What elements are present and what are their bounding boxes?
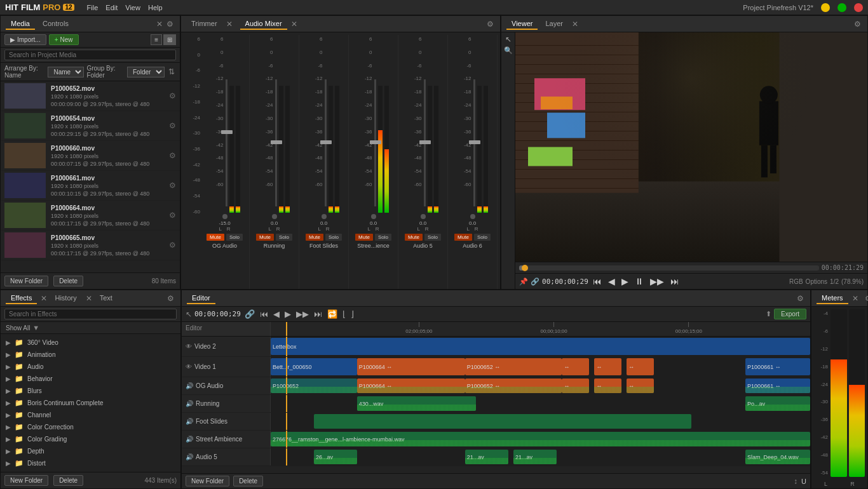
editor-loop-btn[interactable]: 🔁: [326, 308, 339, 320]
timeline-clip[interactable]: ↔: [562, 378, 588, 393]
ch-mute-btn[interactable]: Mute: [355, 234, 373, 241]
timeline-clip[interactable]: 21...av: [513, 450, 557, 464]
tab-history[interactable]: History: [50, 293, 81, 304]
timeline-clip[interactable]: P1000661 ↔: [745, 378, 810, 393]
timeline-clip[interactable]: P1000661 ↔: [745, 358, 810, 375]
media-item-gear-icon[interactable]: ⚙: [169, 121, 176, 130]
grid-view-btn[interactable]: ⊞: [163, 34, 176, 45]
ch-solo-btn[interactable]: Solo: [226, 234, 243, 241]
media-item[interactable]: P1000665.mov 1920 x 1080 pixels 00:00:17…: [1, 231, 180, 260]
editor-prev-btn[interactable]: ⏮: [259, 308, 269, 320]
minimize-button[interactable]: [821, 3, 830, 12]
scroll-icon[interactable]: ↕: [794, 477, 797, 486]
media-item[interactable]: P1000664.mov 1920 x 1080 pixels 00:00:17…: [1, 201, 180, 231]
editor-fwd-btn[interactable]: ▶▶: [295, 308, 310, 320]
media-search-input[interactable]: [4, 50, 176, 60]
zoom-tool[interactable]: 🔍: [504, 46, 513, 55]
ch-mute-btn[interactable]: Mute: [306, 234, 323, 241]
menu-view[interactable]: View: [125, 4, 140, 11]
new-folder-effects-button[interactable]: New Folder: [4, 475, 48, 486]
ch-mute-btn[interactable]: Mute: [207, 234, 224, 241]
editor-mark-out-btn[interactable]: ⌋: [349, 308, 355, 320]
viewer-timeline-bar[interactable]: [519, 265, 819, 271]
group-dropdown[interactable]: Folder: [127, 67, 165, 77]
timeline-clip[interactable]: P1000664 ↔: [357, 378, 465, 393]
options-label[interactable]: Options: [806, 278, 827, 285]
timeline-clip[interactable]: P1000664 ↔: [357, 358, 465, 375]
ch-fader-handle[interactable]: [419, 140, 431, 144]
meters-settings[interactable]: ⚙: [864, 293, 868, 304]
effects-search-input[interactable]: [4, 309, 177, 319]
ch-fader-handle[interactable]: [271, 140, 282, 144]
timeline-clip[interactable]: ↔: [627, 378, 653, 393]
timeline-clip[interactable]: P1000652: [271, 378, 357, 393]
timeline-clip[interactable]: ↔: [627, 358, 653, 375]
ch-solo-btn[interactable]: Solo: [276, 234, 292, 241]
effects-folder-item[interactable]: ▶ 📁 Color Correction: [1, 421, 180, 433]
tab-media[interactable]: Media: [6, 18, 35, 30]
ch-mute-btn[interactable]: Mute: [256, 234, 274, 241]
sort-icon[interactable]: ⇅: [167, 66, 176, 77]
ch-mute-btn[interactable]: Mute: [454, 234, 472, 241]
pause-button[interactable]: ⏸: [633, 275, 646, 288]
editor-settings[interactable]: ⚙: [796, 293, 805, 304]
menu-edit[interactable]: Edit: [105, 4, 118, 11]
export-button[interactable]: Export: [774, 309, 806, 319]
effects-folder-item[interactable]: ▶ 📁 Color Grading: [1, 433, 180, 445]
effects-folder-item[interactable]: ▶ 📁 Audio: [1, 361, 180, 373]
timeline-clip[interactable]: ↔: [594, 358, 621, 375]
media-item[interactable]: P1000654.mov 1920 x 1080 pixels 00:00:29…: [1, 111, 180, 141]
ch-fader-handle[interactable]: [469, 140, 480, 144]
editor-mark-in-btn[interactable]: ⌊: [341, 308, 347, 320]
timeline-clip[interactable]: P1000652 ↔: [465, 358, 562, 375]
timeline-clip[interactable]: Po...av: [745, 396, 810, 411]
tab-viewer[interactable]: Viewer: [506, 18, 538, 30]
timeline-clip[interactable]: [314, 414, 691, 429]
viewer-panel-settings[interactable]: ⚙: [853, 18, 862, 30]
effects-folder-item[interactable]: ▶ 📁 Boris Continuum Complete: [1, 397, 180, 409]
editor-end-btn[interactable]: ⏭: [313, 308, 323, 320]
tab-trimmer[interactable]: Trimmer: [186, 18, 222, 30]
close-button[interactable]: [854, 3, 863, 12]
new-folder-editor-btn[interactable]: New Folder: [186, 476, 229, 486]
media-item-gear-icon[interactable]: ⚙: [169, 181, 176, 190]
go-start-button[interactable]: ⏮: [591, 275, 604, 288]
timeline-clip[interactable]: Bett...r_000650: [271, 358, 357, 375]
next-frame-button[interactable]: ▶▶: [648, 275, 666, 288]
track-eye-icon[interactable]: 🔊: [186, 418, 193, 425]
editor-back-btn[interactable]: ◀: [272, 308, 281, 320]
timeline-clip[interactable]: Letterbox: [271, 338, 810, 355]
editor-play-btn[interactable]: ▶: [283, 308, 292, 320]
underline-icon[interactable]: U: [801, 478, 806, 485]
media-item-gear-icon[interactable]: ⚙: [169, 91, 176, 100]
timeline-clip[interactable]: Slam_Deep_04.wav: [745, 450, 810, 464]
go-end-button[interactable]: ⏭: [668, 275, 681, 288]
delete-media-button[interactable]: Delete: [53, 276, 83, 286]
ch-solo-btn[interactable]: Solo: [375, 234, 391, 241]
timeline-ruler[interactable]: 02;00;05;00 00;00;10;00 00;00;15;00 00;0…: [271, 322, 810, 336]
ch-mute-btn[interactable]: Mute: [405, 234, 423, 241]
track-eye-icon[interactable]: 🔊: [186, 382, 193, 389]
media-item[interactable]: P1000660.mov 1920 x 1080 pixels 00:00:07…: [1, 141, 180, 171]
ch-solo-btn[interactable]: Solo: [474, 234, 491, 241]
editor-snap-btn[interactable]: 🔗: [243, 308, 256, 320]
viewer-scrubber-thumb[interactable]: [522, 265, 528, 271]
trimmer-close[interactable]: ✕: [226, 20, 233, 29]
cursor-tool[interactable]: ↖: [505, 35, 512, 44]
ch-fader-handle[interactable]: [370, 140, 381, 144]
effects-folder-item[interactable]: ▶ 📁 Animation: [1, 349, 180, 361]
ch-fader-handle[interactable]: [320, 140, 332, 144]
viewer-link-icon[interactable]: 🔗: [531, 278, 539, 286]
center-panel-settings[interactable]: ⚙: [485, 18, 495, 30]
effects-folder-item[interactable]: ▶ 📁 Channel: [1, 409, 180, 421]
play-button[interactable]: ▶: [620, 275, 630, 288]
media-panel-settings[interactable]: ⚙: [165, 18, 175, 30]
track-eye-icon[interactable]: 👁: [186, 363, 192, 370]
ch-solo-btn[interactable]: Solo: [325, 234, 342, 241]
media-item-gear-icon[interactable]: ⚙: [169, 151, 176, 160]
effects-folder-item[interactable]: ▶ 📁 Depth: [1, 445, 180, 457]
media-panel-close[interactable]: ✕: [156, 20, 163, 29]
track-eye-icon[interactable]: 🔊: [186, 400, 193, 407]
import-button[interactable]: ▶ Import...: [4, 34, 46, 45]
tab-layer[interactable]: Layer: [540, 18, 568, 30]
